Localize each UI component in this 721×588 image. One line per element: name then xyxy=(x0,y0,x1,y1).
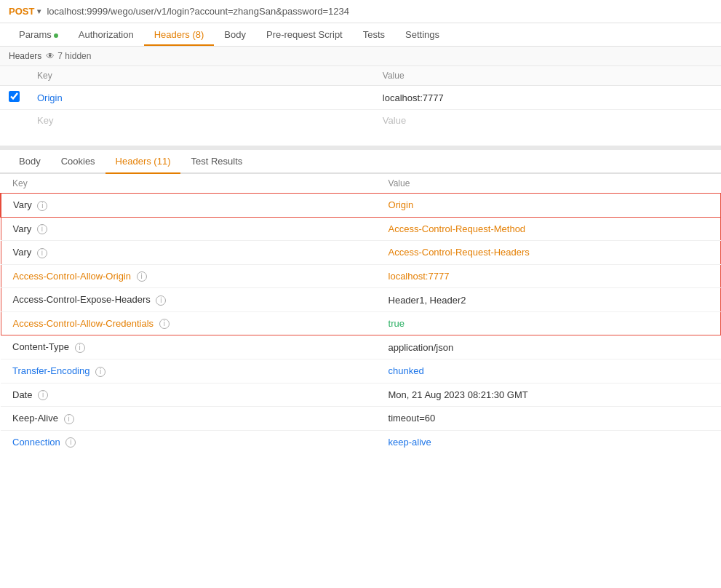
resp-tab-cookies[interactable]: Cookies xyxy=(51,150,105,172)
tab-params[interactable]: Params xyxy=(9,23,68,46)
info-icon-connection[interactable]: i xyxy=(65,437,76,448)
info-icon-vary2[interactable]: i xyxy=(37,224,47,234)
resp-header-val-acac: true xyxy=(377,311,721,335)
tab-settings[interactable]: Settings xyxy=(395,23,450,46)
resp-header-row-vary-2: Vary i Access-Control-Request-Method xyxy=(1,217,721,241)
resp-header-key-connection: Connection i xyxy=(1,430,377,453)
request-headers-section-header: Headers 👁 7 hidden xyxy=(0,47,721,66)
info-icon-aceh[interactable]: i xyxy=(156,295,166,306)
request-tabs-row: Params Authorization Headers (8) Body Pr… xyxy=(0,23,721,47)
resp-header-key-vary-2: Vary i xyxy=(1,217,377,241)
resp-header-val-aceh: Header1, Header2 xyxy=(377,288,721,312)
info-icon-content-type[interactable]: i xyxy=(75,343,85,353)
resp-header-key-transfer-encoding: Transfer-Encoding i xyxy=(1,359,377,383)
resp-header-val-date: Mon, 21 Aug 2023 08:21:30 GMT xyxy=(377,383,721,407)
req-header-value-origin[interactable]: localhost:7777 xyxy=(374,86,721,110)
resp-header-row-vary-1: Vary i Origin xyxy=(1,194,721,218)
req-header-checkbox-cell[interactable] xyxy=(0,86,28,110)
url-input[interactable] xyxy=(47,6,712,17)
resp-header-row-date: Date i Mon, 21 Aug 2023 08:21:30 GMT xyxy=(1,383,721,407)
resp-header-row-acao: Access-Control-Allow-Origin i localhost:… xyxy=(1,264,721,288)
resp-tab-headers[interactable]: Headers (11) xyxy=(105,150,181,172)
req-header-col-key: Key xyxy=(28,66,374,86)
req-header-row-empty: Key Value xyxy=(0,110,721,132)
resp-header-val-vary-2: Access-Control-Request-Method xyxy=(377,217,721,241)
response-tabs-row: Body Cookies Headers (11) Test Results xyxy=(0,150,721,174)
tab-pre-request[interactable]: Pre-request Script xyxy=(256,23,353,46)
hidden-count: 7 hidden xyxy=(57,51,91,61)
resp-header-key-acao: Access-Control-Allow-Origin i xyxy=(1,264,377,288)
info-icon-vary1[interactable]: i xyxy=(37,201,47,211)
hidden-badge[interactable]: 👁 7 hidden xyxy=(46,51,91,61)
resp-header-key-vary-3: Vary i xyxy=(1,241,377,265)
resp-header-val-vary-3: Access-Control-Request-Headers xyxy=(377,241,721,265)
resp-header-key-acac: Access-Control-Allow-Credentials i xyxy=(1,311,377,335)
resp-header-col-key: Key xyxy=(1,174,377,194)
info-icon-date[interactable]: i xyxy=(38,390,48,400)
tab-body[interactable]: Body xyxy=(214,23,256,46)
request-headers-table: Key Value Origin localhost:7777 Key Valu… xyxy=(0,66,721,131)
tab-headers[interactable]: Headers (8) xyxy=(144,23,215,46)
info-icon-acao[interactable]: i xyxy=(137,271,147,282)
resp-header-row-acac: Access-Control-Allow-Credentials i true xyxy=(1,311,721,335)
resp-header-key-content-type: Content-Type i xyxy=(1,335,377,359)
resp-header-key-date: Date i xyxy=(1,383,377,407)
req-header-row-origin: Origin localhost:7777 xyxy=(0,86,721,110)
resp-header-key-keep-alive: Keep-Alive i xyxy=(1,407,377,431)
req-header-checkbox[interactable] xyxy=(9,91,20,102)
response-headers-table: Key Value Vary i Origin Vary i xyxy=(0,174,721,453)
resp-header-val-acao: localhost:7777 xyxy=(377,264,721,288)
resp-header-row-vary-3: Vary i Access-Control-Request-Headers xyxy=(1,241,721,265)
info-icon-transfer-encoding[interactable]: i xyxy=(95,367,105,377)
resp-header-key-vary-1: Vary i xyxy=(1,194,377,218)
resp-header-row-keep-alive: Keep-Alive i timeout=60 xyxy=(1,407,721,431)
resp-header-row-connection: Connection i keep-alive xyxy=(1,430,721,453)
resp-tab-test-results[interactable]: Test Results xyxy=(180,150,252,172)
req-header-col-check xyxy=(0,66,28,86)
resp-header-val-vary-1: Origin xyxy=(377,194,721,218)
resp-header-col-value: Value xyxy=(377,174,721,194)
resp-header-row-transfer-encoding: Transfer-Encoding i chunked xyxy=(1,359,721,383)
resp-header-val-connection: keep-alive xyxy=(377,430,721,453)
info-icon-vary3[interactable]: i xyxy=(37,248,47,258)
resp-header-row-content-type: Content-Type i application/json xyxy=(1,335,721,359)
method-selector[interactable]: POST ▾ xyxy=(9,6,41,17)
response-headers-table-wrap: Key Value Vary i Origin Vary i xyxy=(0,174,721,453)
info-icon-keep-alive[interactable]: i xyxy=(64,414,74,424)
eye-icon: 👁 xyxy=(46,51,55,61)
resp-header-row-aceh: Access-Control-Expose-Headers i Header1,… xyxy=(1,288,721,312)
info-icon-acac[interactable]: i xyxy=(159,319,170,329)
resp-header-key-aceh: Access-Control-Expose-Headers i xyxy=(1,288,377,312)
resp-header-val-content-type: application/json xyxy=(377,335,721,359)
tab-tests[interactable]: Tests xyxy=(353,23,395,46)
url-bar: POST ▾ xyxy=(0,0,721,23)
headers-label: Headers xyxy=(9,51,41,61)
req-header-key-origin[interactable]: Origin xyxy=(28,86,374,110)
method-chevron-icon: ▾ xyxy=(37,7,41,15)
tab-authorization[interactable]: Authorization xyxy=(68,23,144,46)
resp-header-val-transfer-encoding: chunked xyxy=(377,359,721,383)
resp-tab-body[interactable]: Body xyxy=(9,150,51,172)
resp-header-val-keep-alive: timeout=60 xyxy=(377,407,721,431)
req-header-col-value: Value xyxy=(374,66,721,86)
method-label: POST xyxy=(9,6,34,17)
